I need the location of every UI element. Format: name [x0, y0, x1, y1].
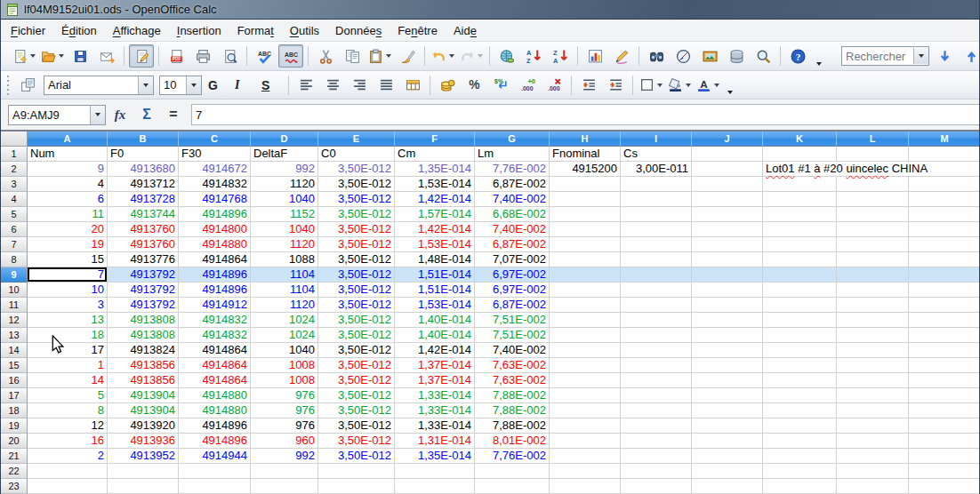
- cell-F22[interactable]: [395, 464, 475, 479]
- column-header-M[interactable]: M: [909, 131, 980, 147]
- cell-E1[interactable]: C0: [318, 147, 395, 162]
- cell-G7[interactable]: 6,87E-002: [475, 237, 550, 252]
- cell-J22[interactable]: [692, 464, 763, 479]
- cell-G3[interactable]: 6,87E-002: [475, 177, 550, 192]
- cell-B23[interactable]: [108, 479, 179, 494]
- cell-G4[interactable]: 7,40E-002: [475, 192, 550, 207]
- cell-B21[interactable]: 4913952: [108, 449, 179, 464]
- cell-K6[interactable]: [763, 222, 837, 237]
- background-color-button[interactable]: [666, 74, 693, 97]
- cell-G14[interactable]: 7,40E-002: [475, 343, 550, 358]
- cell-I12[interactable]: [621, 313, 692, 328]
- justify-button[interactable]: [374, 74, 398, 97]
- select-all-corner[interactable]: [1, 131, 28, 147]
- column-header-B[interactable]: B: [108, 131, 179, 147]
- cell-G11[interactable]: 6,87E-002: [475, 298, 550, 313]
- cell-M9[interactable]: [909, 267, 980, 283]
- cell-H8[interactable]: [550, 252, 621, 267]
- cell-F6[interactable]: 1,42E-014: [395, 222, 475, 237]
- cell-A13[interactable]: 18: [28, 328, 108, 343]
- cell-F7[interactable]: 1,53E-014: [395, 237, 475, 252]
- cell-C8[interactable]: 4914864: [179, 252, 251, 267]
- cell-A11[interactable]: 3: [28, 298, 108, 313]
- cell-D19[interactable]: 976: [251, 418, 318, 434]
- cell-J18[interactable]: [692, 403, 763, 418]
- cell-C1[interactable]: F30: [179, 147, 251, 162]
- cell-C22[interactable]: [179, 464, 251, 479]
- cell-L3[interactable]: [837, 177, 909, 192]
- cell-K3[interactable]: [763, 177, 837, 192]
- cell-E13[interactable]: 3,50E-012: [318, 328, 395, 343]
- column-header-F[interactable]: F: [395, 131, 475, 147]
- cell-A23[interactable]: [28, 479, 108, 494]
- row-header-2[interactable]: 2: [1, 162, 28, 177]
- cell-H2[interactable]: 4915200: [550, 162, 621, 177]
- cell-M18[interactable]: [909, 403, 980, 418]
- format-paintbrush-button[interactable]: [395, 44, 420, 68]
- cell-L21[interactable]: [837, 449, 909, 464]
- cell-K19[interactable]: [763, 418, 837, 434]
- cell-A8[interactable]: 15: [28, 252, 108, 267]
- cell-A16[interactable]: 14: [28, 373, 108, 388]
- cell-F11[interactable]: 1,53E-014: [395, 298, 475, 313]
- cell-M20[interactable]: [909, 434, 980, 449]
- spellcheck-button[interactable]: ABC: [252, 44, 277, 68]
- toolbar-overflow-button[interactable]: [724, 73, 735, 97]
- save-button[interactable]: [68, 44, 92, 68]
- cell-D23[interactable]: [251, 479, 318, 494]
- cell-J6[interactable]: [692, 222, 763, 237]
- data-sources-button[interactable]: [724, 44, 749, 68]
- cell-F5[interactable]: 1,57E-014: [395, 207, 475, 222]
- search-dropdown-button[interactable]: [913, 48, 928, 64]
- cell-D3[interactable]: 1120: [251, 177, 318, 192]
- cell-G5[interactable]: 6,68E-002: [475, 207, 550, 222]
- standard-format-button[interactable]: $%: [488, 74, 513, 97]
- cell-A6[interactable]: 20: [28, 222, 108, 237]
- cell-M12[interactable]: [909, 313, 980, 328]
- cell-F18[interactable]: 1,33E-014: [395, 403, 475, 418]
- cell-F13[interactable]: 1,40E-014: [395, 328, 475, 343]
- cell-H15[interactable]: [550, 358, 621, 373]
- cell-D22[interactable]: [251, 464, 318, 479]
- cell-J5[interactable]: [692, 207, 763, 222]
- cell-L19[interactable]: [837, 418, 909, 434]
- cell-F21[interactable]: 1,35E-014: [395, 449, 475, 464]
- cell-G16[interactable]: 7,63E-002: [475, 373, 550, 388]
- cell-F3[interactable]: 1,53E-014: [395, 177, 475, 192]
- cell-H10[interactable]: [550, 283, 621, 298]
- cell-C7[interactable]: 4914880: [179, 237, 251, 252]
- paste-button-dropdown-arrow[interactable]: [386, 54, 391, 58]
- cell-M16[interactable]: [909, 373, 980, 388]
- cell-G1[interactable]: Lm: [475, 147, 550, 162]
- cell-H21[interactable]: [550, 449, 621, 464]
- underline-button[interactable]: S: [259, 74, 284, 97]
- cell-I20[interactable]: [621, 434, 692, 449]
- cell-M17[interactable]: [909, 388, 980, 403]
- borders-button-dropdown-arrow[interactable]: [657, 84, 663, 87]
- cell-J20[interactable]: [692, 434, 763, 449]
- cell-H6[interactable]: [550, 222, 621, 237]
- cell-K8[interactable]: [763, 252, 837, 267]
- cell-B11[interactable]: 4913792: [108, 298, 179, 313]
- cell-E6[interactable]: 3,50E-012: [318, 222, 395, 237]
- name-box-dropdown-button[interactable]: [90, 106, 105, 124]
- cell-L17[interactable]: [837, 388, 909, 403]
- cell-I16[interactable]: [621, 373, 692, 388]
- undo-button[interactable]: [430, 44, 456, 68]
- cell-M21[interactable]: [909, 449, 980, 464]
- cell-D15[interactable]: 1008: [251, 358, 318, 373]
- font-name-combobox-arrow[interactable]: [138, 76, 153, 94]
- cell-I5[interactable]: [621, 207, 692, 222]
- row-header-4[interactable]: 4: [1, 192, 28, 207]
- cell-E3[interactable]: 3,50E-012: [318, 177, 395, 192]
- cell-C14[interactable]: 4914864: [179, 343, 251, 358]
- cell-M13[interactable]: [909, 328, 980, 343]
- cell-K10[interactable]: [763, 283, 837, 298]
- cell-B1[interactable]: F0: [108, 147, 179, 162]
- cell-F12[interactable]: 1,40E-014: [395, 313, 475, 328]
- zoom-button[interactable]: [751, 44, 775, 68]
- cell-K13[interactable]: [763, 328, 837, 343]
- cell-F20[interactable]: 1,31E-014: [395, 434, 475, 449]
- font-color-button-dropdown-arrow[interactable]: [714, 84, 719, 87]
- insert-chart-button[interactable]: [582, 44, 607, 68]
